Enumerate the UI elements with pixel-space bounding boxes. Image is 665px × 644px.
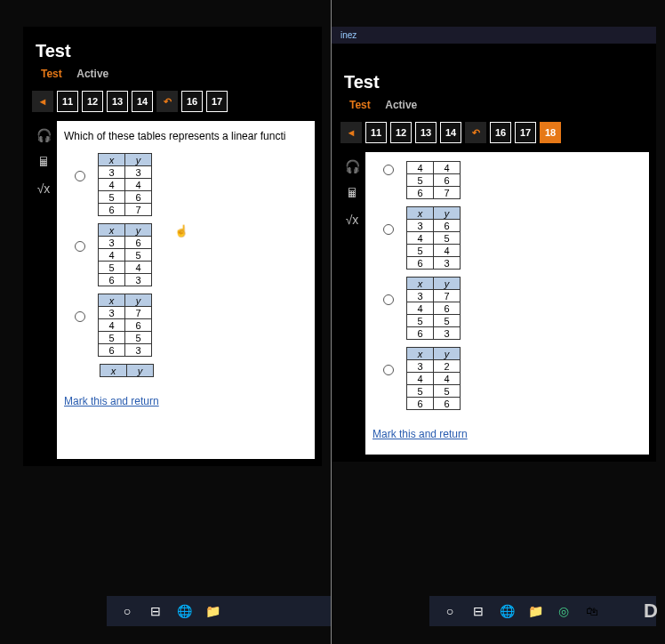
table-row: 66 (407, 398, 461, 410)
nav-q14[interactable]: 14 (132, 91, 153, 112)
nav-q11[interactable]: 11 (365, 122, 387, 143)
radio-c[interactable] (383, 294, 394, 305)
table-row: 67 (99, 204, 152, 216)
option-c[interactable]: xy 37 46 55 63 (75, 294, 308, 357)
option-b[interactable]: xy 36 45 54 63 (383, 206, 642, 270)
option-d[interactable]: xy 32 44 55 66 (383, 347, 642, 410)
tab-active[interactable]: Active (71, 66, 114, 82)
nav-q17[interactable]: 17 (206, 91, 228, 112)
cortana-icon[interactable]: ○ (117, 601, 137, 621)
nav-q16[interactable]: 16 (181, 91, 203, 112)
mark-return-link[interactable]: Mark this and return (64, 395, 159, 407)
radio-d[interactable] (383, 365, 394, 375)
tab-test[interactable]: Test (344, 97, 376, 113)
nav-q18[interactable]: 18 (540, 122, 561, 143)
table-b: xy 36 45 54 63 (406, 206, 461, 270)
radio-prev[interactable] (383, 165, 394, 175)
edge-icon[interactable]: 🌐 (497, 601, 517, 621)
taskbar-left: ○ ⊟ 🌐 📁 (107, 596, 331, 626)
table-c: xy 37 46 55 63 (406, 277, 461, 340)
nav-undo-button[interactable]: ↶ (465, 122, 486, 143)
page-title: Test (30, 37, 315, 63)
option-a[interactable]: xy 33 44 56 67 (75, 153, 308, 216)
table-row: 63 (99, 344, 152, 357)
option-b[interactable]: xy 36 45 54 63 (75, 223, 308, 286)
headphones-icon[interactable]: 🎧 (342, 157, 362, 175)
table-b: xy 36 45 54 63 (98, 223, 152, 286)
taskview-icon[interactable]: ⊟ (469, 601, 488, 621)
formula-icon[interactable]: √x (34, 180, 53, 197)
tool-rail: 🎧 🖩 √x (30, 121, 57, 459)
nav-q13[interactable]: 13 (415, 122, 437, 143)
nav-prev-button[interactable]: ◄ (341, 122, 362, 143)
formula-icon[interactable]: √x (342, 211, 362, 229)
table-row: 32 (407, 360, 461, 373)
option-c[interactable]: xy 37 46 55 63 (383, 277, 642, 340)
table-row: 44 (407, 373, 461, 385)
table-row: 44 (99, 179, 152, 191)
tab-test[interactable]: Test (36, 66, 68, 82)
table-row: 33 (99, 166, 152, 179)
calculator-icon[interactable]: 🖩 (342, 184, 362, 202)
laptop-bezel-right: inez Test Test Active ◄ 11 12 13 14 ↶ 16… (332, 0, 665, 644)
table-row: 37 (99, 307, 152, 319)
headphones-icon[interactable]: 🎧 (34, 126, 53, 144)
table-row: 44 (407, 162, 461, 174)
calculator-icon[interactable]: 🖩 (34, 153, 53, 171)
tab-active[interactable]: Active (380, 97, 422, 113)
radio-c[interactable] (75, 311, 85, 322)
photo-right: inez Test Test Active ◄ 11 12 13 14 ↶ 16… (332, 0, 665, 644)
option-d[interactable]: xy (100, 364, 308, 377)
nav-q14[interactable]: 14 (440, 122, 461, 143)
table-row: 55 (407, 385, 461, 398)
nav-q12[interactable]: 12 (390, 122, 412, 143)
table-row: 36 (407, 220, 461, 232)
table-row: 45 (99, 249, 152, 262)
table-row: 45 (407, 232, 461, 245)
nav-q16[interactable]: 16 (490, 122, 511, 143)
edge-icon[interactable]: 🌐 (174, 601, 194, 621)
nav-q12[interactable]: 12 (82, 91, 103, 112)
mark-return-link[interactable]: Mark this and return (373, 428, 468, 440)
question-panel: 44 56 67 xy 36 45 54 63 (365, 152, 649, 455)
table-row: 36 (99, 237, 152, 249)
explorer-icon[interactable]: 📁 (203, 601, 222, 621)
tab-row: Test Active (339, 94, 649, 118)
taskview-icon[interactable]: ⊟ (146, 601, 165, 621)
page-title: Test (339, 68, 649, 94)
table-d: xy (100, 364, 154, 377)
nav-q13[interactable]: 13 (107, 91, 128, 112)
table-row: 56 (99, 191, 152, 204)
option-prev-cont[interactable]: 44 56 67 (383, 161, 642, 199)
laptop-bezel-left: Test Test Active ◄ 11 12 13 14 ↶ 16 17 🎧… (0, 0, 331, 644)
table-row: 67 (407, 187, 461, 199)
nav-q11[interactable]: 11 (57, 91, 78, 112)
table-row: 55 (99, 332, 152, 344)
screen-right: Test Test Active ◄ 11 12 13 14 ↶ 16 17 1… (332, 44, 656, 462)
table-a: xy 33 44 56 67 (98, 153, 152, 216)
table-row: 54 (407, 245, 461, 257)
table-row: 63 (407, 327, 461, 340)
chrome-icon[interactable]: ◎ (554, 601, 573, 621)
table-row: 63 (99, 274, 152, 286)
radio-b[interactable] (383, 224, 394, 235)
question-nav: ◄ 11 12 13 14 ↶ 16 17 18 (339, 118, 649, 152)
question-nav: ◄ 11 12 13 14 ↶ 16 17 (30, 87, 315, 121)
table-row: 46 (99, 319, 152, 332)
tab-row: Test Active (30, 63, 315, 87)
taskbar-right: ○ ⊟ 🌐 📁 ◎ 🛍 (429, 596, 656, 626)
table-row: 55 (407, 315, 461, 327)
window-title-fragment: inez (332, 27, 656, 44)
nav-undo-button[interactable]: ↶ (156, 91, 178, 112)
table-prev-cont: 44 56 67 (406, 161, 461, 199)
nav-prev-button[interactable]: ◄ (32, 91, 53, 112)
photo-left: Test Test Active ◄ 11 12 13 14 ↶ 16 17 🎧… (0, 0, 332, 644)
store-icon[interactable]: 🛍 (582, 601, 602, 621)
nav-q17[interactable]: 17 (515, 122, 536, 143)
table-row: 46 (407, 302, 461, 315)
cortana-icon[interactable]: ○ (440, 601, 460, 621)
question-text: Which of these tables represents a linea… (64, 130, 308, 142)
radio-b[interactable] (75, 241, 85, 252)
explorer-icon[interactable]: 📁 (525, 601, 545, 621)
radio-a[interactable] (75, 171, 85, 181)
